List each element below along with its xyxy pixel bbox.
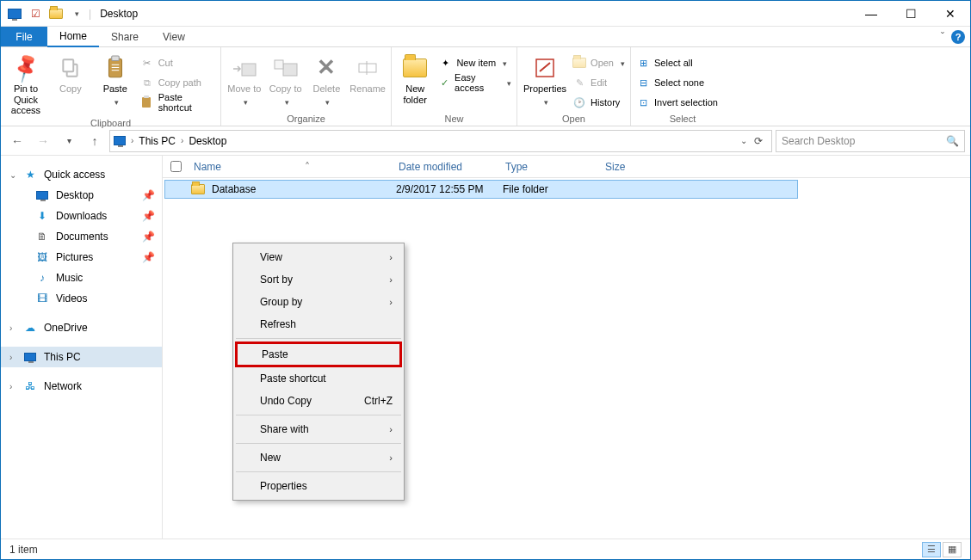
copy-icon <box>57 54 84 82</box>
paste-shortcut-button[interactable]: Paste shortcut <box>140 94 215 111</box>
cm-undo-copy[interactable]: Undo CopyCtrl+Z <box>235 390 402 412</box>
new-folder-button[interactable]: New folder <box>397 51 433 105</box>
cm-refresh[interactable]: Refresh <box>235 313 402 335</box>
recent-locations-button[interactable]: ▾ <box>58 130 80 152</box>
move-to-button[interactable]: Move to <box>226 51 263 107</box>
cm-new[interactable]: New› <box>235 446 402 469</box>
copy-button[interactable]: Copy <box>51 51 90 95</box>
back-button[interactable]: ← <box>6 130 28 152</box>
cm-sort-by[interactable]: Sort by› <box>235 268 402 291</box>
main-area: ⌄★Quick access Desktop📌 ⬇Downloads📌 🗎Doc… <box>1 156 970 538</box>
new-folder-icon <box>401 54 429 82</box>
up-button[interactable]: ↑ <box>83 130 106 152</box>
file-name: Database <box>212 183 256 195</box>
tree-music[interactable]: ♪Music <box>1 268 162 288</box>
address-icon <box>114 136 126 145</box>
cm-shortcut-text: Ctrl+Z <box>364 395 393 407</box>
tab-view[interactable]: View <box>151 27 197 46</box>
properties-icon <box>531 54 559 82</box>
paste-button[interactable]: Paste <box>96 51 135 107</box>
tab-share[interactable]: Share <box>99 27 151 46</box>
pin-icon: 📌 <box>142 231 155 243</box>
address-bar[interactable]: › This PC › Desktop ⌄ ⟳ <box>109 130 772 152</box>
column-size[interactable]: Size <box>600 161 669 173</box>
qat-properties-icon[interactable]: ☑ <box>27 5 44 22</box>
pin-to-quick-access-button[interactable]: 📌 Pin to Quick access <box>6 51 46 116</box>
easy-access-button[interactable]: ✓Easy access <box>438 74 511 91</box>
tree-this-pc[interactable]: ›This PC <box>1 347 162 367</box>
delete-button[interactable]: ✕ Delete <box>309 51 345 107</box>
column-date[interactable]: Date modified <box>393 161 500 173</box>
select-none-icon: ⊟ <box>636 76 650 89</box>
tree-videos[interactable]: 🎞Videos <box>1 288 162 309</box>
tree-pictures[interactable]: 🖼Pictures📌 <box>1 247 162 268</box>
select-all-checkbox[interactable] <box>170 161 182 172</box>
invert-selection-button[interactable]: ⊡Invert selection <box>636 94 718 111</box>
expand-icon[interactable]: › <box>9 353 12 362</box>
group-label-select: Select <box>636 112 729 124</box>
rename-button[interactable]: Rename <box>349 51 386 95</box>
help-icon[interactable]: ? <box>951 30 965 44</box>
cut-button[interactable]: ✂Cut <box>140 54 215 71</box>
cm-group-by[interactable]: Group by› <box>235 291 402 313</box>
column-name[interactable]: Name˄ <box>189 161 393 173</box>
window-controls: — ☐ ✕ <box>851 1 970 27</box>
copy-path-button[interactable]: ⧉Copy path <box>140 74 215 91</box>
column-type[interactable]: Type <box>500 161 600 173</box>
search-box[interactable]: Search Desktop 🔍 <box>776 130 965 152</box>
breadcrumb-root[interactable]: This PC <box>139 135 176 147</box>
new-item-button[interactable]: ✦New item <box>438 54 511 71</box>
expand-icon[interactable]: › <box>9 382 12 391</box>
group-label-organize: Organize <box>226 112 386 124</box>
cm-view[interactable]: View› <box>235 246 402 268</box>
qat-dropdown-icon[interactable]: ▾ <box>68 5 85 22</box>
paste-shortcut-icon <box>140 95 154 109</box>
tab-file[interactable]: File <box>1 27 47 46</box>
tree-desktop[interactable]: Desktop📌 <box>1 185 162 206</box>
tree-downloads[interactable]: ⬇Downloads📌 <box>1 206 162 226</box>
pin-icon: 📌 <box>7 49 45 87</box>
maximize-button[interactable]: ☐ <box>891 1 931 27</box>
refresh-icon[interactable]: ⟳ <box>754 135 763 147</box>
svg-rect-1 <box>63 59 73 71</box>
cm-share-with[interactable]: Share with› <box>235 418 402 440</box>
thumbnails-view-toggle[interactable]: ▦ <box>943 542 962 557</box>
window-title: Desktop <box>100 8 138 20</box>
pin-icon: 📌 <box>142 189 155 201</box>
history-button[interactable]: 🕑History <box>572 94 625 111</box>
qat-folder-icon[interactable] <box>47 5 65 22</box>
file-row[interactable]: Database 2/9/2017 12:55 PM File folder <box>164 180 798 199</box>
address-dropdown-icon[interactable]: ⌄ <box>740 136 747 145</box>
breadcrumb-current[interactable]: Desktop <box>189 135 226 147</box>
properties-button[interactable]: Properties <box>523 51 567 107</box>
details-view-toggle[interactable]: ☰ <box>922 542 941 557</box>
tree-quick-access[interactable]: ⌄★Quick access <box>1 164 162 185</box>
select-all-button[interactable]: ⊞Select all <box>636 54 718 71</box>
documents-icon: 🗎 <box>35 230 49 243</box>
cm-paste-shortcut[interactable]: Paste shortcut <box>235 367 402 390</box>
close-button[interactable]: ✕ <box>931 1 970 27</box>
sort-indicator-icon: ˄ <box>221 161 393 173</box>
menu-separator <box>236 338 401 339</box>
expand-icon[interactable]: ⌄ <box>9 170 16 180</box>
svg-rect-6 <box>111 70 119 71</box>
search-placeholder: Search Desktop <box>782 135 855 147</box>
tree-documents[interactable]: 🗎Documents📌 <box>1 226 162 247</box>
music-icon: ♪ <box>35 271 49 285</box>
select-none-button[interactable]: ⊟Select none <box>636 74 718 91</box>
cm-properties[interactable]: Properties <box>235 475 402 497</box>
forward-button[interactable]: → <box>32 130 54 152</box>
open-button[interactable]: Open <box>572 54 625 71</box>
paste-dropdown-icon[interactable] <box>112 96 119 108</box>
edit-button[interactable]: ✎Edit <box>572 74 625 91</box>
svg-rect-7 <box>142 97 151 108</box>
cm-paste[interactable]: Paste <box>235 342 402 367</box>
tree-network[interactable]: ›🖧Network <box>1 376 162 397</box>
pin-icon: 📌 <box>142 210 155 222</box>
tree-onedrive[interactable]: ›☁OneDrive <box>1 317 162 338</box>
copy-to-button[interactable]: Copy to <box>268 51 304 107</box>
tab-home[interactable]: Home <box>47 27 99 47</box>
minimize-button[interactable]: — <box>851 1 891 27</box>
ribbon-collapse-icon[interactable]: ˇ <box>941 31 944 43</box>
expand-icon[interactable]: › <box>9 323 12 333</box>
